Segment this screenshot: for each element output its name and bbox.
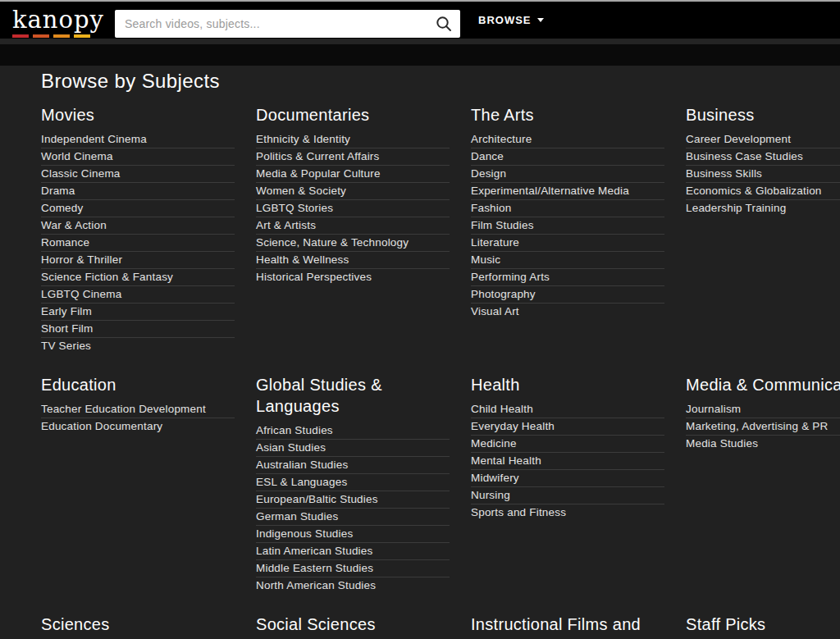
subject-link[interactable]: Child Health bbox=[471, 401, 664, 418]
category-title[interactable]: Documentaries bbox=[256, 104, 450, 126]
subject-link[interactable]: Asian Studies bbox=[256, 439, 450, 456]
subject-link[interactable]: North American Studies bbox=[256, 577, 450, 594]
subject-link[interactable]: Leadership Training bbox=[686, 199, 840, 217]
search-box bbox=[115, 10, 460, 38]
subject-list: Ethnicity & IdentityPolitics & Current A… bbox=[256, 131, 450, 285]
subject-link[interactable]: Film Studies bbox=[471, 217, 664, 234]
subject-link[interactable]: Medicine bbox=[471, 435, 664, 452]
subject-link[interactable]: Health & Wellness bbox=[256, 251, 450, 268]
subject-link[interactable]: Media Studies bbox=[686, 435, 840, 452]
category-title[interactable]: Global Studies & Languages bbox=[256, 374, 450, 417]
header: kanopy BROWSE bbox=[0, 2, 840, 39]
subject-link[interactable]: Music bbox=[471, 251, 664, 268]
subject-link[interactable]: Dance bbox=[471, 148, 664, 165]
kanopy-logo[interactable]: kanopy bbox=[12, 9, 104, 38]
subject-link[interactable]: Drama bbox=[41, 182, 235, 199]
subject-category: Sciences bbox=[41, 614, 235, 639]
subject-link[interactable]: Latin American Studies bbox=[256, 542, 450, 559]
subject-link[interactable]: Career Development bbox=[686, 131, 840, 148]
subject-link[interactable]: Art & Artists bbox=[256, 217, 450, 234]
subject-link[interactable]: Science Fiction & Fantasy bbox=[41, 268, 235, 285]
subject-list: Career DevelopmentBusiness Case StudiesB… bbox=[686, 131, 840, 217]
subject-link[interactable]: Ethnicity & Identity bbox=[256, 131, 450, 148]
subject-link[interactable]: Everyday Health bbox=[471, 418, 664, 435]
subject-link[interactable]: Science, Nature & Technology bbox=[256, 234, 450, 251]
subject-link[interactable]: Classic Cinema bbox=[41, 165, 235, 182]
subject-link[interactable]: TV Series bbox=[41, 337, 235, 354]
subject-link[interactable]: Performing Arts bbox=[471, 268, 664, 285]
subject-link[interactable]: Early Film bbox=[41, 303, 235, 320]
category-title[interactable]: Business bbox=[686, 104, 840, 126]
category-title[interactable]: The Arts bbox=[471, 104, 664, 126]
subject-link[interactable]: LGBTQ Cinema bbox=[41, 285, 235, 303]
subject-link[interactable]: Architecture bbox=[471, 131, 664, 148]
subject-link[interactable]: Horror & Thriller bbox=[41, 251, 235, 268]
category-title[interactable]: Social Sciences bbox=[256, 614, 450, 635]
subject-link[interactable]: Independent Cinema bbox=[41, 131, 235, 148]
category-title[interactable]: Sciences bbox=[41, 614, 235, 635]
search-input[interactable] bbox=[115, 10, 460, 38]
search-button[interactable] bbox=[431, 12, 456, 35]
logo-dash bbox=[74, 34, 90, 38]
browse-menu-label: BROWSE bbox=[478, 14, 532, 26]
subject-link[interactable]: ESL & Languages bbox=[256, 473, 450, 491]
subject-link[interactable]: Indigenous Studies bbox=[256, 525, 450, 542]
page-title: Browse by Subjects bbox=[41, 70, 840, 93]
category-title[interactable]: Instructional Films and Lessons bbox=[471, 614, 664, 639]
subject-list: JournalismMarketing, Advertising & PRMed… bbox=[686, 401, 840, 452]
category-title[interactable]: Education bbox=[41, 374, 235, 395]
subject-category: Instructional Films and Lessons bbox=[471, 614, 664, 639]
subject-link[interactable]: Journalism bbox=[686, 401, 840, 418]
subject-link[interactable]: Politics & Current Affairs bbox=[256, 148, 450, 165]
subject-link[interactable]: Design bbox=[471, 165, 664, 182]
subject-link[interactable]: German Studies bbox=[256, 508, 450, 525]
subject-link[interactable]: Middle Eastern Studies bbox=[256, 559, 450, 577]
subject-link[interactable]: Women & Society bbox=[256, 182, 450, 199]
subject-link[interactable]: Business Case Studies bbox=[686, 148, 840, 165]
subject-category: Staff Picks bbox=[686, 614, 840, 639]
subject-link[interactable]: Photography bbox=[471, 285, 664, 303]
subject-link[interactable]: Business Skills bbox=[686, 165, 840, 182]
subject-link[interactable]: Sports and Fitness bbox=[471, 504, 664, 521]
subject-link[interactable]: Midwifery bbox=[471, 469, 664, 486]
subject-link[interactable]: LGBTQ Stories bbox=[256, 199, 450, 217]
category-title[interactable]: Health bbox=[471, 374, 664, 395]
subject-link[interactable]: European/Baltic Studies bbox=[256, 491, 450, 508]
subject-link[interactable]: Education Documentary bbox=[41, 418, 235, 435]
subject-link[interactable]: World Cinema bbox=[41, 148, 235, 165]
subject-link[interactable]: Comedy bbox=[41, 199, 235, 217]
subject-list: ArchitectureDanceDesignExperimental/Alte… bbox=[471, 131, 664, 320]
subject-link[interactable]: Media & Popular Culture bbox=[256, 165, 450, 182]
subject-link[interactable]: Economics & Globalization bbox=[686, 182, 840, 199]
browse-menu[interactable]: BROWSE bbox=[478, 2, 544, 39]
subject-link[interactable]: Australian Studies bbox=[256, 456, 450, 473]
subject-link[interactable]: Short Film bbox=[41, 320, 235, 337]
subject-category: BusinessCareer DevelopmentBusiness Case … bbox=[686, 104, 840, 217]
subject-link[interactable]: Mental Health bbox=[471, 452, 664, 469]
subject-link[interactable]: Historical Perspectives bbox=[256, 268, 450, 285]
subject-link[interactable]: Marketing, Advertising & PR bbox=[686, 418, 840, 435]
kanopy-logo-text: kanopy bbox=[12, 9, 104, 31]
subject-link[interactable]: Experimental/Alternative Media bbox=[471, 182, 664, 199]
logo-dash bbox=[12, 34, 29, 38]
subject-link[interactable]: Teacher Education Development bbox=[41, 401, 235, 418]
category-title[interactable]: Media & Communications bbox=[686, 374, 840, 395]
subject-category: The ArtsArchitectureDanceDesignExperimen… bbox=[471, 104, 664, 320]
subject-link[interactable]: Romance bbox=[41, 234, 235, 251]
subject-list: Child HealthEveryday HealthMedicineMenta… bbox=[471, 401, 664, 521]
subject-link[interactable]: Visual Art bbox=[471, 303, 664, 320]
subject-category: Social Sciences bbox=[256, 614, 450, 639]
subject-link[interactable]: Nursing bbox=[471, 486, 664, 504]
subject-category: HealthChild HealthEveryday HealthMedicin… bbox=[471, 374, 664, 521]
subject-link[interactable]: Fashion bbox=[471, 199, 664, 217]
subject-link[interactable]: War & Action bbox=[41, 217, 235, 234]
category-title[interactable]: Movies bbox=[41, 104, 235, 126]
subject-link[interactable]: African Studies bbox=[256, 422, 450, 439]
subject-category: Media & CommunicationsJournalismMarketin… bbox=[686, 374, 840, 452]
header-shadow-strip bbox=[0, 44, 840, 66]
header-divider bbox=[0, 39, 840, 44]
category-title[interactable]: Staff Picks bbox=[686, 614, 840, 635]
subject-link[interactable]: Literature bbox=[471, 234, 664, 251]
subject-list: Teacher Education DevelopmentEducation D… bbox=[41, 401, 235, 435]
subject-category: Global Studies & LanguagesAfrican Studie… bbox=[256, 374, 450, 594]
